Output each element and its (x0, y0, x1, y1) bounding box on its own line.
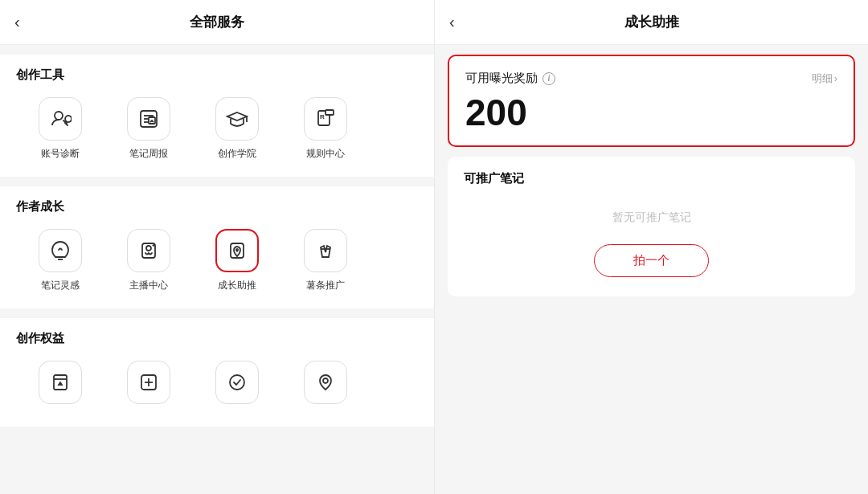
info-icon[interactable]: i (542, 72, 555, 85)
author-growth-grid: 笔记灵感 主播中心 (16, 229, 418, 292)
svg-point-23 (230, 375, 244, 390)
note-inspiration-icon (39, 229, 82, 272)
creation-rights-title: 创作权益 (16, 331, 418, 346)
reward-number: 200 (465, 94, 837, 131)
creation-tools-grid: 账号诊断 笔记周报 (16, 97, 418, 161)
account-diagnosis-icon (39, 97, 82, 141)
creation-academy-label: 创作学院 (218, 147, 256, 161)
note-inspiration-item[interactable]: 笔记灵感 (16, 229, 104, 292)
left-title: 全部服务 (190, 13, 244, 31)
creation-rights-grid (16, 361, 418, 410)
rights-icon-3 (215, 361, 259, 404)
author-growth-title: 作者成长 (16, 199, 418, 214)
right-back-button[interactable]: ‹ (449, 13, 455, 31)
rights-item-1[interactable] (16, 361, 104, 410)
french-fries-label: 薯条推广 (306, 279, 345, 292)
growth-boost-icon (215, 229, 259, 272)
growth-boost-label: 成长助推 (218, 279, 256, 292)
rights-item-2[interactable] (104, 361, 193, 410)
anchor-center-icon (127, 229, 170, 272)
left-panel: ‹ 全部服务 创作工具 账号诊断 (0, 0, 434, 494)
note-weekly-item[interactable]: 笔记周报 (104, 97, 193, 161)
detail-chevron: › (834, 72, 837, 84)
take-photo-button[interactable]: 拍一个 (594, 244, 709, 277)
author-growth-section: 作者成长 笔记灵感 (0, 186, 434, 308)
creation-academy-item[interactable]: 创作学院 (193, 97, 281, 161)
detail-label: 明细 (812, 71, 833, 86)
rights-icon-4 (304, 361, 347, 404)
account-diagnosis-label: 账号诊断 (41, 147, 80, 161)
note-inspiration-label: 笔记灵感 (41, 279, 80, 292)
right-header: ‹ 成长助推 (435, 0, 868, 45)
svg-text:R: R (320, 113, 325, 120)
right-title: 成长助推 (624, 13, 679, 31)
svg-point-24 (323, 378, 328, 383)
rules-center-item[interactable]: R 规则中心 (281, 97, 370, 161)
creation-tools-section: 创作工具 账号诊断 (0, 55, 434, 177)
promote-button-wrap: 拍一个 (464, 244, 839, 277)
note-weekly-label: 笔记周报 (129, 147, 168, 161)
svg-point-13 (146, 246, 151, 251)
anchor-center-label: 主播中心 (129, 279, 168, 292)
rights-icon-2 (127, 361, 170, 404)
left-back-button[interactable]: ‹ (14, 13, 20, 31)
detail-link[interactable]: 明细 › (812, 71, 837, 86)
reward-label: 可用曝光奖励 (465, 71, 538, 86)
promote-section-title: 可推广笔记 (464, 171, 839, 186)
promote-empty-text: 暂无可推广笔记 (464, 210, 839, 225)
account-diagnosis-item[interactable]: 账号诊断 (16, 97, 104, 161)
creation-academy-icon (215, 97, 259, 141)
reward-card: 可用曝光奖励 i 明细 › 200 (448, 55, 855, 147)
rights-item-4[interactable] (281, 361, 370, 410)
rights-icon-1 (39, 361, 82, 404)
svg-rect-9 (326, 110, 334, 115)
svg-point-0 (55, 112, 63, 120)
right-panel: ‹ 成长助推 可用曝光奖励 i 明细 › 200 可推广笔记 暂无可推广笔记 拍… (434, 0, 868, 494)
reward-card-header: 可用曝光奖励 i 明细 › (465, 71, 837, 86)
rights-item-3[interactable] (193, 361, 281, 410)
creation-rights-section: 创作权益 (0, 318, 434, 427)
french-fries-item[interactable]: 薯条推广 (281, 229, 370, 292)
note-weekly-icon (127, 97, 170, 141)
anchor-center-item[interactable]: 主播中心 (104, 229, 193, 292)
growth-boost-item[interactable]: 成长助推 (193, 229, 281, 292)
rules-center-label: 规则中心 (306, 147, 345, 161)
rules-center-icon: R (304, 97, 347, 141)
promote-section: 可推广笔记 暂无可推广笔记 拍一个 (448, 157, 855, 296)
creation-tools-title: 创作工具 (16, 67, 418, 83)
left-header: ‹ 全部服务 (0, 0, 434, 45)
french-fries-icon (304, 229, 347, 272)
reward-label-row: 可用曝光奖励 i (465, 71, 555, 86)
